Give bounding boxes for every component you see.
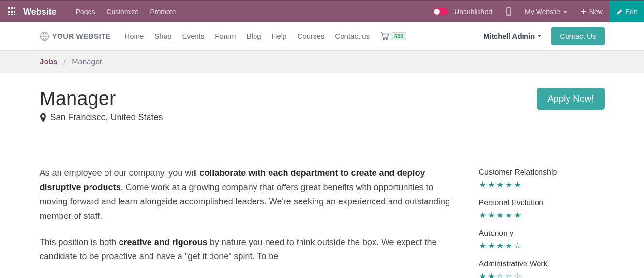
- topbar-menu-pages[interactable]: Pages: [76, 8, 95, 15]
- pencil-icon: [616, 9, 623, 15]
- nav-events[interactable]: Events: [182, 32, 204, 40]
- nav-blog[interactable]: Blog: [247, 32, 261, 40]
- svg-point-8: [386, 38, 387, 39]
- chevron-down-icon: [538, 35, 541, 37]
- my-website-dropdown[interactable]: My Website: [518, 1, 574, 22]
- my-website-label: My Website: [525, 8, 560, 15]
- star-empty-icon: ☆: [514, 241, 521, 251]
- plus-icon: [581, 9, 586, 15]
- description-paragraph: As an employee of our company, you will …: [40, 166, 460, 224]
- breadcrumb-parent[interactable]: Jobs: [40, 58, 58, 66]
- rating-block: Personal Evolution★★★★★: [479, 199, 605, 220]
- user-name-label: Mitchell Admin: [483, 32, 535, 40]
- rating-label: Customer Relationship: [479, 168, 605, 177]
- star-full-icon: ★: [505, 241, 512, 251]
- rating-label: Administrative Work: [479, 260, 605, 268]
- star-full-icon: ★: [479, 271, 486, 278]
- site-navbar: YOUR WEBSITE Home Shop Events Forum Blog…: [32, 22, 613, 50]
- nav-courses[interactable]: Courses: [298, 32, 325, 40]
- cart-badge: 500: [391, 32, 406, 40]
- star-full-icon: ★: [505, 180, 512, 190]
- topbar-menu-promote[interactable]: Promote: [150, 8, 176, 15]
- logo-text: YOUR WEBSITE: [52, 32, 111, 40]
- star-empty-icon: ☆: [505, 271, 512, 278]
- job-description: As an employee of our company, you will …: [40, 166, 460, 264]
- map-pin-icon: [40, 113, 46, 122]
- publish-label: Unpublished: [454, 8, 492, 15]
- app-topbar: Website Pages Customize Promote Unpublis…: [0, 0, 644, 22]
- topbar-menu: Pages Customize Promote: [76, 8, 176, 15]
- breadcrumb-current: Manager: [72, 58, 102, 66]
- star-full-icon: ★: [496, 241, 504, 251]
- user-menu[interactable]: Mitchell Admin: [483, 32, 541, 40]
- app-name[interactable]: Website: [23, 7, 57, 17]
- topbar-menu-customize[interactable]: Customize: [106, 8, 138, 15]
- nav-forum[interactable]: Forum: [215, 32, 236, 40]
- new-button[interactable]: New: [574, 1, 610, 22]
- rating-stars: ★★☆☆☆: [479, 271, 605, 278]
- site-nav: Home Shop Events Forum Blog Help Courses…: [124, 32, 370, 40]
- toggle-icon: [433, 8, 448, 15]
- ratings-section: Customer Relationship★★★★★Personal Evolu…: [479, 168, 605, 278]
- star-empty-icon: ☆: [514, 271, 521, 278]
- cart-icon: [380, 32, 389, 40]
- page-content: Manager San Francisco, United States As …: [32, 73, 613, 278]
- edit-button[interactable]: Edit: [610, 1, 644, 22]
- rating-block: Customer Relationship★★★★★: [479, 168, 605, 190]
- rating-label: Autonomy: [479, 229, 605, 238]
- description-paragraph: This position is both creative and rigor…: [40, 235, 460, 264]
- apps-icon[interactable]: [8, 7, 16, 16]
- new-label: New: [589, 8, 603, 15]
- main-column: Manager San Francisco, United States As …: [40, 88, 460, 278]
- rating-block: Autonomy★★★★☆: [479, 229, 605, 251]
- star-full-icon: ★: [488, 271, 495, 278]
- star-empty-icon: ☆: [496, 271, 504, 278]
- topbar-right: Unpublished My Website New Edit: [426, 1, 644, 22]
- apply-now-button[interactable]: Apply Now!: [537, 88, 604, 110]
- nav-home[interactable]: Home: [124, 32, 144, 40]
- breadcrumb-separator: /: [63, 58, 65, 66]
- breadcrumb-bar: Jobs / Manager: [0, 51, 644, 73]
- star-full-icon: ★: [488, 180, 495, 190]
- nav-help[interactable]: Help: [272, 32, 287, 40]
- nav-contact-us[interactable]: Contact us: [335, 32, 370, 40]
- job-location-text: San Francisco, United States: [50, 112, 163, 123]
- nav-shop[interactable]: Shop: [154, 32, 171, 40]
- rating-block: Administrative Work★★☆☆☆: [479, 260, 605, 278]
- star-full-icon: ★: [496, 180, 504, 190]
- rating-stars: ★★★★★: [479, 210, 605, 220]
- cart-button[interactable]: 500: [380, 32, 406, 40]
- star-full-icon: ★: [488, 241, 495, 251]
- rating-stars: ★★★★★: [479, 180, 605, 190]
- star-full-icon: ★: [479, 180, 486, 190]
- star-full-icon: ★: [479, 210, 486, 220]
- job-location: San Francisco, United States: [40, 112, 163, 123]
- rating-stars: ★★★★☆: [479, 241, 605, 251]
- edit-label: Edit: [626, 8, 637, 15]
- publish-toggle[interactable]: Unpublished: [426, 1, 499, 22]
- contact-us-button[interactable]: Contact Us: [551, 27, 604, 45]
- star-full-icon: ★: [514, 210, 521, 220]
- site-logo[interactable]: YOUR WEBSITE: [40, 31, 111, 41]
- star-full-icon: ★: [488, 210, 495, 220]
- mobile-icon: [506, 7, 511, 16]
- job-title: Manager: [40, 88, 163, 109]
- chevron-down-icon: [563, 11, 567, 13]
- mobile-preview-button[interactable]: [499, 1, 518, 22]
- star-full-icon: ★: [479, 241, 486, 251]
- svg-point-7: [383, 38, 384, 39]
- side-column: Apply Now! Customer Relationship★★★★★Per…: [479, 88, 605, 278]
- star-full-icon: ★: [496, 210, 504, 220]
- rating-label: Personal Evolution: [479, 199, 605, 207]
- breadcrumb: Jobs / Manager: [32, 58, 613, 66]
- star-full-icon: ★: [514, 180, 521, 190]
- star-full-icon: ★: [505, 210, 512, 220]
- globe-icon: [40, 31, 49, 41]
